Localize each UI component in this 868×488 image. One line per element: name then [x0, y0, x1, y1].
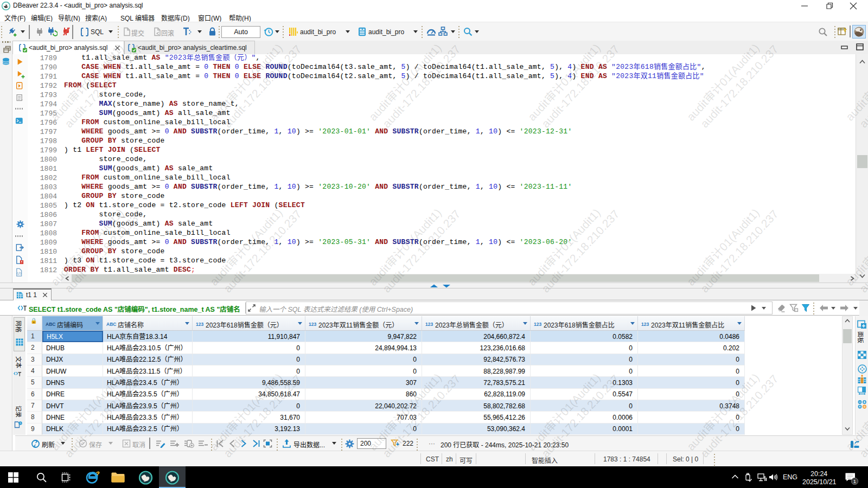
svg-text:1: 1 — [853, 478, 856, 484]
